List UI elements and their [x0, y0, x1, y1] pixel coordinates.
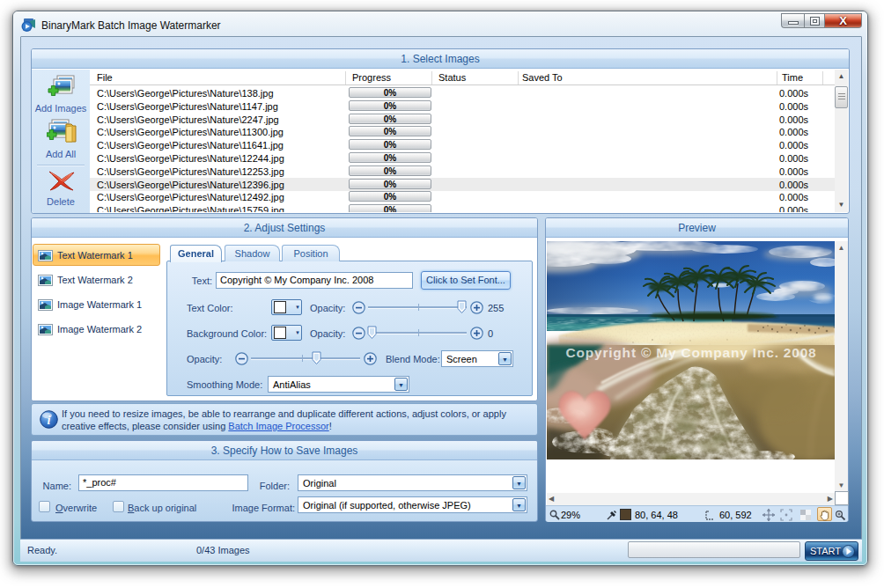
svg-text:Copyright © My Company Inc. 20: Copyright © My Company Inc. 2008	[565, 345, 816, 360]
svg-text:i: i	[48, 414, 51, 427]
